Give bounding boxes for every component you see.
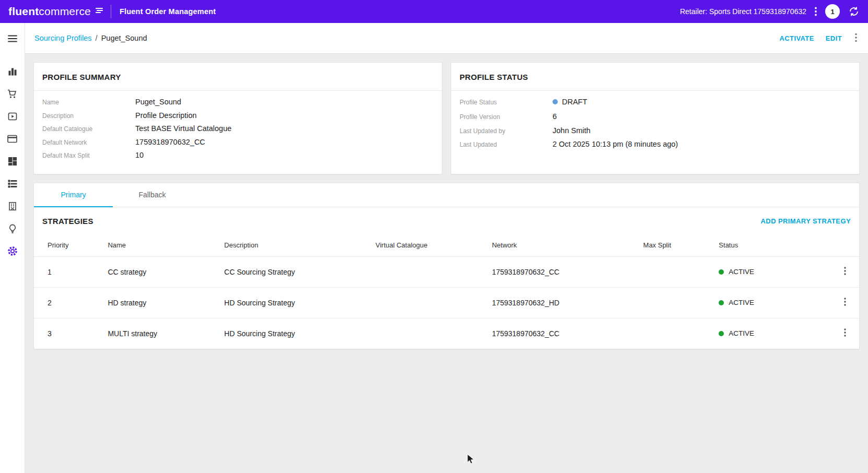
table-header-row: Priority Name Description Virtual Catalo… [34, 234, 859, 257]
brand-logo: fluentcommerce [8, 5, 103, 18]
breadcrumb-current: Puget_Sound [101, 34, 147, 42]
sidebar [0, 23, 25, 473]
strategies-card: Primary Fallback STRATEGIES ADD PRIMARY … [33, 183, 860, 350]
status-badge: ACTIVE [729, 329, 754, 337]
status-badge: ACTIVE [729, 299, 754, 306]
column-name: Name [103, 234, 220, 257]
app-title: Fluent Order Management [120, 7, 216, 16]
cell-name: MULTI strategy [103, 318, 220, 349]
cell-description: HD Sourcing Strategy [220, 318, 371, 349]
notification-badge[interactable]: 1 [825, 4, 840, 19]
field-label: Default Catalogue [42, 125, 135, 133]
field-value: DRAFT [562, 98, 587, 106]
tab-bar: Primary Fallback [34, 183, 859, 207]
mouse-cursor [467, 454, 475, 467]
card-icon[interactable] [0, 127, 25, 150]
menu-icon[interactable] [0, 23, 25, 54]
cell-max-split [639, 318, 715, 349]
cell-network: 1759318970632_CC [488, 256, 639, 287]
field-label: Profile Version [460, 113, 553, 121]
cell-priority: 1 [34, 256, 103, 287]
field-label: Default Max Split [42, 152, 135, 159]
table-row[interactable]: 1 CC strategy CC Sourcing Strategy 17593… [34, 256, 859, 287]
status-badge: ACTIVE [729, 268, 754, 276]
cell-name: HD strategy [103, 287, 220, 318]
field-name: Name Puget_Sound [42, 98, 433, 111]
breadcrumb-separator: / [96, 34, 98, 42]
cart-icon[interactable] [0, 82, 25, 105]
topbar: fluentcommerce Fluent Order Management R… [0, 0, 868, 23]
brand-name: fluentcommerce [8, 5, 91, 18]
table-row[interactable]: 2 HD strategy HD Sourcing Strategy 17593… [34, 287, 859, 318]
column-status: Status [714, 234, 825, 257]
field-value: Profile Description [135, 111, 197, 120]
column-virtual-catalogue: Virtual Catalogue [371, 234, 488, 257]
cell-max-split [639, 256, 715, 287]
field-default-max-split: Default Max Split 10 [42, 151, 433, 164]
column-max-split: Max Split [639, 234, 715, 257]
field-last-updated-by: Last Updated by John Smith [460, 126, 851, 140]
column-network: Network [488, 234, 639, 257]
field-profile-version: Profile Version 6 [460, 112, 851, 126]
content-area: PROFILE SUMMARY Name Puget_Sound Descrip… [25, 54, 868, 473]
field-label: Profile Status [460, 99, 553, 106]
row-kebab-menu[interactable] [842, 327, 848, 340]
field-value: 1759318970632_CC [135, 138, 205, 146]
cell-network: 1759318970632_HD [488, 287, 639, 318]
field-label: Default Network [42, 139, 135, 146]
brand-bold: fluent [8, 5, 39, 17]
field-value: 6 [553, 112, 557, 121]
row-kebab-menu[interactable] [842, 265, 848, 278]
add-primary-strategy-button[interactable]: ADD PRIMARY STRATEGY [761, 217, 851, 225]
field-label: Last Updated [460, 141, 553, 148]
row-kebab-menu[interactable] [842, 296, 848, 309]
breadcrumb: Sourcing Profiles / Puget_Sound [34, 34, 147, 42]
cell-virtual-catalogue [371, 256, 488, 287]
fluent-logo-icon [95, 7, 103, 16]
bar-chart-icon[interactable] [0, 60, 25, 82]
activate-button[interactable]: ACTIVATE [780, 34, 814, 42]
profile-status-card: PROFILE STATUS Profile Status DRAFT Prof… [451, 62, 860, 174]
field-description: Description Profile Description [42, 111, 433, 125]
field-value: Puget_Sound [135, 98, 181, 106]
field-label: Description [42, 112, 135, 120]
page-header: Sourcing Profiles / Puget_Sound ACTIVATE… [25, 23, 868, 54]
field-value: 10 [135, 151, 144, 159]
column-actions [825, 234, 859, 257]
field-default-catalogue: Default Catalogue Test BASE Virtual Cata… [42, 124, 433, 138]
tab-fallback[interactable]: Fallback [113, 183, 192, 207]
retailer-label: Retailer: Sports Direct 1759318970632 [680, 7, 806, 16]
field-default-network: Default Network 1759318970632_CC [42, 138, 433, 151]
list-icon[interactable] [0, 172, 25, 195]
bulb-icon[interactable] [0, 217, 25, 240]
table-row[interactable]: 3 MULTI strategy HD Sourcing Strategy 17… [34, 318, 859, 349]
dashboard-icon[interactable] [0, 150, 25, 172]
column-description: Description [220, 234, 371, 257]
field-label: Name [42, 99, 135, 106]
field-value: 2 Oct 2025 10:13 pm (8 minutes ago) [553, 140, 678, 148]
tab-primary[interactable]: Primary [34, 183, 113, 207]
draft-status-dot-icon [553, 99, 558, 104]
profile-summary-title: PROFILE SUMMARY [42, 73, 121, 81]
cell-virtual-catalogue [371, 318, 488, 349]
play-box-icon[interactable] [0, 105, 25, 127]
field-profile-status: Profile Status DRAFT [460, 98, 851, 112]
cell-priority: 3 [34, 318, 103, 349]
edit-button[interactable]: EDIT [826, 34, 842, 42]
strategies-title: STRATEGIES [42, 217, 93, 226]
field-last-updated: Last Updated 2 Oct 2025 10:13 pm (8 minu… [460, 140, 851, 153]
breadcrumb-sourcing-profiles-link[interactable]: Sourcing Profiles [34, 34, 92, 42]
refresh-icon[interactable] [847, 5, 861, 18]
strategies-table: Priority Name Description Virtual Catalo… [34, 234, 859, 349]
topbar-divider [111, 5, 111, 18]
topbar-kebab-menu[interactable] [814, 6, 818, 17]
active-status-dot-icon [719, 300, 724, 305]
profile-summary-card: PROFILE SUMMARY Name Puget_Sound Descrip… [33, 62, 442, 174]
building-icon[interactable] [0, 195, 25, 217]
active-status-dot-icon [719, 269, 724, 275]
page-kebab-menu[interactable] [853, 31, 859, 45]
cell-network: 1759318970632_CC [488, 318, 639, 349]
gear-settings-icon[interactable] [0, 240, 25, 262]
cell-priority: 2 [34, 287, 103, 318]
cell-description: HD Sourcing Strategy [220, 287, 371, 318]
